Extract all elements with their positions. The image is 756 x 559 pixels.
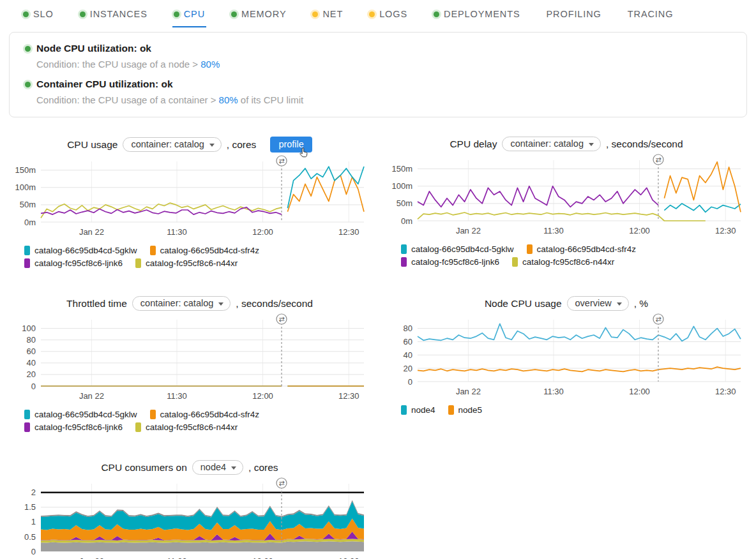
svg-text:11:30: 11:30 — [543, 387, 564, 396]
svg-text:40: 40 — [27, 358, 36, 368]
tab-tracing[interactable]: TRACING — [626, 9, 675, 27]
tab-deployments[interactable]: DEPLOYMENTS — [432, 9, 521, 27]
tab-instances[interactable]: INSTANCES — [79, 9, 149, 27]
svg-text:20: 20 — [27, 369, 36, 379]
container-selector[interactable]: container: catalog — [502, 137, 600, 151]
chart-title: Throttled time — [66, 298, 127, 309]
node-selector[interactable]: node4 — [192, 460, 243, 475]
tab-label: INSTANCES — [90, 9, 147, 19]
plot-svg: Jan 2211:3012:0012:30020406080⇄ — [386, 313, 747, 399]
svg-text:60: 60 — [404, 337, 412, 347]
status-dot-green — [174, 11, 179, 17]
chart-unit: , seconds/second — [606, 138, 683, 150]
legend-swatch — [512, 257, 518, 267]
svg-text:0m: 0m — [401, 216, 412, 226]
svg-text:50m: 50m — [397, 198, 412, 208]
compare-periods-icon[interactable]: ⇄ — [276, 478, 287, 488]
mouse-cursor-icon — [299, 147, 308, 158]
tab-memory[interactable]: MEMORY — [230, 9, 287, 27]
legend-swatch — [24, 258, 30, 268]
status-dot-yellow — [369, 11, 375, 17]
plot-area[interactable]: Jan 2211:3012:0012:3000.511.52⇄ — [9, 477, 370, 559]
legend-item[interactable]: catalog-fc95cf8c6-n44xr — [135, 258, 238, 268]
svg-text:0m: 0m — [24, 218, 36, 227]
tab-logs[interactable]: LOGS — [368, 9, 409, 27]
compare-periods-icon[interactable]: ⇄ — [653, 154, 663, 165]
svg-text:0.5: 0.5 — [24, 532, 36, 542]
svg-text:⇄: ⇄ — [655, 156, 661, 163]
chart-legend: catalog-66c95db4cd-5gklwcatalog-66c95db4… — [9, 410, 370, 432]
svg-text:150m: 150m — [391, 164, 412, 174]
container-selector[interactable]: container: catalog — [123, 137, 221, 152]
svg-text:12:30: 12:30 — [338, 556, 359, 559]
svg-text:12:00: 12:00 — [629, 387, 650, 396]
svg-text:80: 80 — [404, 324, 412, 333]
legend-item[interactable]: catalog-66c95db4cd-5gklw — [401, 244, 514, 254]
svg-text:Jan 22: Jan 22 — [79, 227, 104, 237]
charts-grid: CPU usage container: catalog , cores pro… — [0, 117, 756, 559]
svg-text:11:30: 11:30 — [167, 556, 187, 559]
status-dot-green — [434, 11, 439, 17]
svg-text:Jan 22: Jan 22 — [456, 387, 481, 396]
legend-item[interactable]: catalog-fc95cf8c6-ljnk6 — [401, 257, 499, 267]
container-selector[interactable]: container: catalog — [132, 296, 231, 311]
svg-text:12:00: 12:00 — [252, 556, 273, 559]
legend-item[interactable]: catalog-fc95cf8c6-n44xr — [135, 422, 238, 432]
plot-area[interactable]: Jan 2211:3012:0012:300m50m100m150m⇄ — [386, 154, 747, 239]
legend-item[interactable]: catalog-66c95db4cd-sfr4z — [150, 246, 259, 255]
check-condition: Condition: the CPU usage of a container … — [36, 94, 731, 105]
legend-swatch — [448, 405, 454, 415]
condition-threshold[interactable]: 80% — [219, 94, 238, 105]
selector-value: container: catalog — [510, 138, 583, 149]
legend-item[interactable]: catalog-fc95cf8c6-ljnk6 — [24, 422, 123, 432]
compare-periods-icon[interactable]: ⇄ — [276, 314, 287, 324]
plot-svg: Jan 2211:3012:0012:300m50m100m150m⇄ — [386, 154, 747, 239]
svg-text:0: 0 — [31, 382, 36, 391]
svg-text:11:30: 11:30 — [543, 226, 564, 235]
profile-button[interactable]: profile — [270, 137, 312, 153]
legend-swatch — [150, 410, 156, 419]
plot-area[interactable]: Jan 2211:3012:0012:30020406080⇄ — [386, 313, 747, 399]
legend-item[interactable]: catalog-fc95cf8c6-ljnk6 — [24, 258, 123, 268]
compare-periods-icon[interactable]: ⇄ — [653, 314, 663, 324]
status-dot-green — [23, 11, 29, 17]
plot-area[interactable]: Jan 2211:3012:0012:30020406080100⇄ — [9, 313, 370, 404]
svg-text:⇄: ⇄ — [278, 157, 284, 165]
view-selector[interactable]: overview — [567, 296, 629, 311]
legend-swatch — [24, 422, 30, 432]
condition-threshold[interactable]: 80% — [200, 59, 220, 70]
legend-item[interactable]: node5 — [448, 405, 483, 415]
service-tabs: SLO INSTANCES CPU MEMORY NET LOGS DEPLOY… — [0, 0, 756, 27]
tab-net[interactable]: NET — [311, 9, 344, 27]
node-cpu-check: Node CPU utilization: ok Condition: the … — [25, 43, 731, 70]
legend-swatch — [135, 422, 141, 432]
check-condition: Condition: the CPU usage of a node > 80% — [36, 59, 731, 70]
status-dot-green — [25, 46, 31, 52]
legend-item[interactable]: catalog-66c95db4cd-sfr4z — [150, 410, 259, 419]
compare-periods-icon[interactable]: ⇄ — [276, 156, 287, 166]
plot-svg: Jan 2211:3012:0012:300m50m100m150m⇄ — [9, 155, 370, 240]
tab-slo[interactable]: SLO — [22, 9, 55, 27]
legend-item[interactable]: node4 — [401, 405, 435, 415]
tab-cpu[interactable]: CPU — [172, 9, 206, 27]
legend-item[interactable]: catalog-66c95db4cd-5gklw — [24, 410, 137, 419]
chart-unit: , % — [634, 298, 648, 309]
plot-area[interactable]: Jan 2211:3012:0012:300m50m100m150m⇄ — [9, 155, 370, 240]
svg-text:0: 0 — [408, 377, 412, 387]
svg-text:11:30: 11:30 — [167, 391, 187, 401]
status-dot-green — [25, 82, 31, 87]
svg-text:12:30: 12:30 — [338, 391, 359, 401]
legend-item[interactable]: catalog-66c95db4cd-sfr4z — [527, 244, 636, 254]
svg-text:100: 100 — [22, 324, 36, 333]
chevron-down-icon — [209, 144, 215, 147]
legend-item[interactable]: catalog-fc95cf8c6-n44xr — [512, 257, 614, 267]
tab-profiling[interactable]: PROFILING — [545, 9, 603, 27]
status-dot-green — [80, 11, 86, 17]
tab-label: TRACING — [628, 9, 674, 19]
selector-value: container: catalog — [140, 298, 213, 308]
svg-text:Jan 22: Jan 22 — [456, 226, 481, 235]
legend-item[interactable]: catalog-66c95db4cd-5gklw — [24, 246, 137, 255]
check-title: Node CPU utilization: ok — [36, 43, 151, 54]
svg-text:12:00: 12:00 — [252, 227, 273, 237]
legend-swatch — [135, 258, 141, 268]
